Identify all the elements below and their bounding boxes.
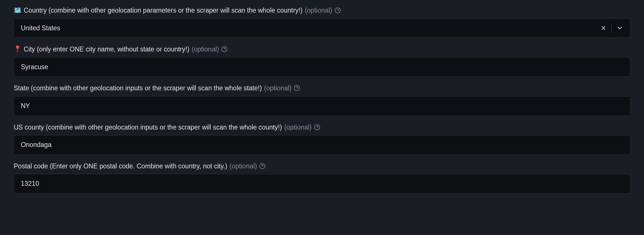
state-optional-tag: (optional) [264,83,291,93]
help-icon[interactable] [335,7,341,13]
county-label-row: US county (combine with other geolocatio… [14,123,630,132]
country-label-row: 🗺️ Country (combine with other geolocati… [14,6,630,15]
state-field-group: State (combine with other geolocation in… [14,83,630,115]
map-icon: 🗺️ [14,6,21,15]
city-label: City (only enter ONE city name, without … [24,45,189,54]
postal-optional-tag: (optional) [230,162,257,171]
county-optional-tag: (optional) [284,123,312,132]
county-field-group: US county (combine with other geolocatio… [14,123,630,155]
country-label: Country (combine with other geolocation … [24,6,303,15]
postal-field-group: Postal code (Enter only ONE postal code.… [14,162,630,194]
help-icon[interactable] [259,163,265,169]
chevron-down-icon[interactable] [614,22,625,34]
select-separator [611,23,612,33]
county-input[interactable] [14,135,630,155]
state-label-row: State (combine with other geolocation in… [14,83,630,93]
city-input[interactable] [14,57,630,77]
clear-icon[interactable] [598,22,609,34]
help-icon[interactable] [221,46,228,52]
city-field-group: 📍 City (only enter ONE city name, withou… [14,45,630,77]
country-select-value: United States [21,24,598,32]
country-optional-tag: (optional) [305,6,332,15]
postal-input[interactable] [14,174,630,194]
state-label: State (combine with other geolocation in… [14,83,262,93]
help-icon[interactable] [294,85,300,91]
county-label: US county (combine with other geolocatio… [14,123,282,132]
city-label-row: 📍 City (only enter ONE city name, withou… [14,45,630,54]
country-select-controls [598,22,625,34]
country-field-group: 🗺️ Country (combine with other geolocati… [14,6,630,38]
postal-label: Postal code (Enter only ONE postal code.… [14,162,227,171]
pin-icon: 📍 [14,45,21,54]
postal-label-row: Postal code (Enter only ONE postal code.… [14,162,630,171]
country-select[interactable]: United States [14,18,630,38]
state-input[interactable] [14,96,630,116]
city-optional-tag: (optional) [192,45,219,54]
help-icon[interactable] [314,124,320,130]
